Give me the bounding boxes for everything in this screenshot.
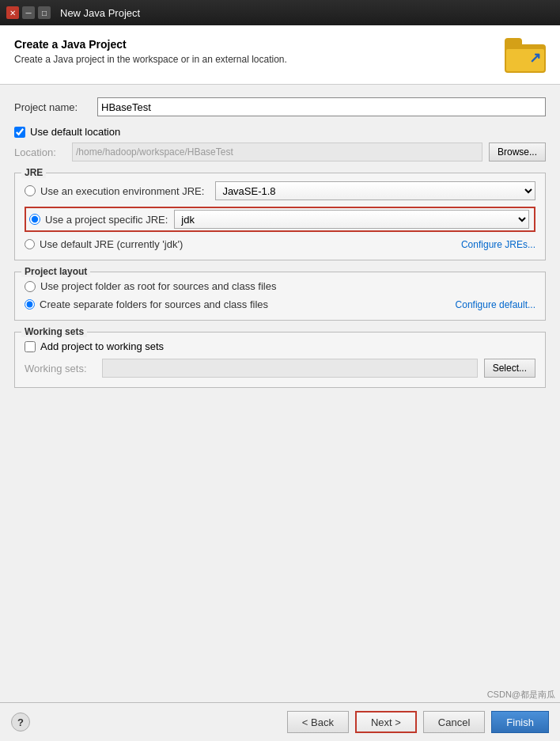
use-default-location-row: Use default location	[14, 126, 546, 138]
jre-section: JRE Use an execution environment JRE: Ja…	[14, 173, 546, 260]
layout-root-radio[interactable]	[25, 281, 36, 292]
jre-env-select[interactable]: JavaSE-1.8	[215, 181, 535, 200]
jre-env-label: Use an execution environment JRE:	[40, 185, 204, 197]
dialog-footer: ? < Back Next > Cancel Finish	[0, 702, 560, 741]
titlebar: ✕ ─ □ New Java Project	[0, 0, 560, 25]
maximize-button[interactable]: □	[38, 6, 51, 19]
dialog: ✕ ─ □ New Java Project Create a Java Pro…	[0, 0, 560, 741]
header-description: Create a Java project in the workspace o…	[14, 54, 287, 65]
project-name-label: Project name:	[14, 101, 97, 113]
finish-button[interactable]: Finish	[491, 711, 549, 733]
close-button[interactable]: ✕	[6, 6, 19, 19]
form-content: Project name: Use default location Locat…	[0, 85, 560, 687]
configure-default-link[interactable]: Configure default...	[456, 299, 535, 310]
watermark: CSDN@都是南瓜	[0, 687, 560, 702]
folder-icon: ↗	[505, 38, 546, 73]
jre-specific-radio[interactable]	[29, 214, 40, 225]
jre-env-radio[interactable]	[25, 185, 36, 196]
jre-specific-select[interactable]: jdk	[174, 210, 529, 229]
working-sets-label: Working sets:	[25, 363, 96, 374]
layout-root-label: Use project folder as root for sources a…	[40, 280, 276, 292]
layout-option1-row: Use project folder as root for sources a…	[25, 280, 535, 292]
project-name-input[interactable]	[97, 97, 546, 116]
jre-default-label: Use default JRE (currently 'jdk')	[40, 238, 183, 250]
header-text: Create a Java Project Create a Java proj…	[14, 38, 287, 65]
jre-default-radio[interactable]	[25, 239, 35, 249]
use-default-location-checkbox[interactable]	[14, 127, 25, 138]
use-default-location-label: Use default location	[30, 126, 120, 138]
cancel-button[interactable]: Cancel	[423, 711, 485, 733]
layout-option2-row: Create separate folders for sources and …	[25, 298, 535, 310]
location-row: Location: Browse...	[14, 142, 546, 162]
select-button[interactable]: Select...	[484, 359, 535, 378]
add-working-sets-label: Add project to working sets	[40, 340, 164, 352]
working-sets-legend: Working sets	[21, 326, 87, 337]
minimize-button[interactable]: ─	[22, 6, 35, 19]
jre-specific-label: Use a project specific JRE:	[45, 214, 168, 226]
working-sets-section: Working sets Add project to working sets…	[14, 332, 546, 388]
header-title: Create a Java Project	[14, 38, 287, 51]
working-sets-row: Working sets: Select...	[25, 359, 535, 378]
add-working-sets-checkbox[interactable]	[25, 341, 36, 352]
project-name-row: Project name:	[14, 97, 546, 116]
next-button[interactable]: Next >	[355, 711, 417, 733]
jre-option2-row: Use a project specific JRE: jdk	[25, 207, 535, 232]
layout-separate-label: Create separate folders for sources and …	[40, 298, 268, 310]
working-sets-input[interactable]	[102, 359, 478, 378]
location-label: Location:	[14, 146, 66, 158]
window-controls: ✕ ─ □	[6, 6, 51, 19]
jre-legend: JRE	[21, 167, 46, 178]
jre-default-container: Use default JRE (currently 'jdk')	[25, 238, 183, 250]
help-button[interactable]: ?	[11, 712, 30, 732]
browse-button[interactable]: Browse...	[489, 142, 546, 162]
configure-jres-link[interactable]: Configure JREs...	[461, 239, 535, 250]
window-title: New Java Project	[60, 7, 140, 19]
location-input[interactable]	[72, 142, 482, 162]
back-button[interactable]: < Back	[287, 711, 349, 733]
layout-separate-radio[interactable]	[25, 299, 35, 310]
jre-specific-highlight: Use a project specific JRE: jdk	[25, 207, 535, 232]
dialog-header: Create a Java Project Create a Java proj…	[0, 25, 560, 85]
jre-option3-row: Use default JRE (currently 'jdk') Config…	[25, 238, 535, 250]
layout-separate-container: Create separate folders for sources and …	[25, 298, 268, 310]
project-layout-section: Project layout Use project folder as roo…	[14, 272, 546, 321]
project-layout-legend: Project layout	[21, 266, 90, 277]
add-working-sets-row: Add project to working sets	[25, 340, 535, 352]
jre-option1-row: Use an execution environment JRE: JavaSE…	[25, 181, 535, 200]
